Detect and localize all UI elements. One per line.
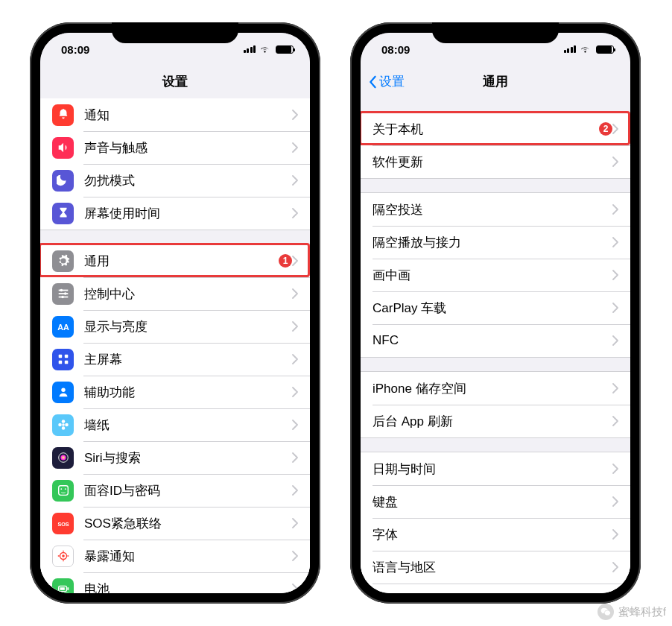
status-time: 08:09 (61, 43, 89, 56)
chevron-right-icon (292, 321, 298, 332)
row-label: 关于本机 (373, 121, 593, 138)
row-label: CarPlay 车载 (373, 300, 612, 317)
bell-icon (52, 104, 74, 126)
notch (432, 22, 559, 43)
wifi-icon (259, 45, 270, 54)
speaker-icon (52, 137, 74, 159)
svg-point-20 (60, 488, 62, 490)
svg-point-11 (61, 388, 65, 392)
row-wallpaper[interactable]: 墙纸 (40, 408, 310, 441)
row-home-screen[interactable]: 主屏幕 (40, 343, 310, 376)
chevron-right-icon (292, 584, 298, 593)
row-date-time[interactable]: 日期与时间 (361, 452, 630, 485)
svg-text:AA: AA (57, 323, 69, 332)
back-button[interactable]: 设置 (368, 73, 405, 90)
sliders-icon (52, 283, 74, 305)
svg-rect-27 (60, 587, 64, 590)
row-label: 日期与时间 (373, 461, 612, 478)
chevron-right-icon (292, 485, 298, 496)
row-label: 声音与触感 (84, 139, 292, 156)
svg-rect-7 (58, 355, 62, 358)
svg-rect-10 (64, 361, 68, 364)
person-icon (52, 382, 74, 403)
chevron-right-icon (612, 383, 618, 393)
row-notifications[interactable]: 通知 (40, 98, 310, 131)
row-exposure[interactable]: 暴露通知 (40, 540, 310, 572)
row-dnd[interactable]: 勿扰模式 (40, 164, 310, 197)
chevron-right-icon (292, 256, 298, 266)
row-background-refresh[interactable]: 后台 App 刷新 (361, 405, 630, 437)
row-about[interactable]: 关于本机2 (361, 113, 630, 145)
row-label: 键盘 (373, 493, 612, 510)
svg-rect-8 (64, 355, 68, 358)
svg-rect-9 (58, 361, 62, 364)
settings-list[interactable]: 通知声音与触感勿扰模式屏幕使用时间通用1控制中心AA显示与亮度主屏幕辅助功能墙纸… (40, 98, 310, 593)
row-fonts[interactable]: 字体 (361, 518, 630, 551)
svg-point-16 (65, 423, 69, 427)
chevron-right-icon (612, 237, 618, 247)
hourglass-icon (52, 203, 74, 224)
row-software-update[interactable]: 软件更新 (361, 145, 630, 178)
watermark: 蜜蜂科技f (597, 604, 666, 620)
row-accessibility[interactable]: 辅助功能 (40, 376, 310, 408)
chevron-right-icon (292, 551, 298, 561)
gear-icon (52, 250, 74, 272)
page-title: 通用 (483, 73, 508, 90)
row-label: 墙纸 (84, 417, 292, 434)
row-label: 电池 (84, 581, 292, 594)
general-list[interactable]: 关于本机2软件更新隔空投送隔空播放与接力画中画CarPlay 车载NFCiPho… (361, 98, 630, 593)
back-label: 设置 (379, 73, 405, 90)
chevron-right-icon (292, 175, 298, 186)
svg-point-13 (61, 420, 65, 423)
svg-text:SOS: SOS (57, 521, 69, 528)
step-badge: 1 (279, 254, 292, 268)
row-sos[interactable]: SOSSOS紧急联络 (40, 507, 310, 540)
row-label: 字体 (373, 526, 612, 543)
row-screen-time[interactable]: 屏幕使用时间 (40, 197, 310, 230)
row-nfc[interactable]: NFC (361, 324, 630, 357)
row-carplay[interactable]: CarPlay 车载 (361, 291, 630, 324)
row-siri[interactable]: Siri与搜索 (40, 441, 310, 474)
row-display[interactable]: AA显示与亮度 (40, 310, 310, 343)
battery-icon (596, 45, 614, 54)
flower-icon (52, 414, 74, 436)
wifi-icon (580, 45, 591, 54)
svg-point-12 (62, 423, 65, 426)
row-label: 主屏幕 (84, 351, 292, 368)
row-label: 画中画 (373, 267, 612, 284)
phone-right: 08:09 设置 通用 关于本机2软件更新隔空投送隔空播放与接力画中画CarPl… (350, 22, 641, 604)
chevron-right-icon (292, 452, 298, 463)
chevron-left-icon (368, 75, 377, 89)
row-storage[interactable]: iPhone 储存空间 (361, 372, 630, 405)
row-label: 软件更新 (373, 154, 612, 171)
row-pip[interactable]: 画中画 (361, 259, 630, 291)
row-dictionary[interactable]: 词典 (361, 584, 630, 593)
row-label: 语言与地区 (373, 559, 612, 576)
battery-icon (52, 578, 74, 594)
row-airplay[interactable]: 隔空播放与接力 (361, 226, 630, 259)
row-label: Siri与搜索 (84, 449, 292, 467)
row-faceid[interactable]: 面容ID与密码 (40, 474, 310, 507)
row-general[interactable]: 通用1 (40, 244, 310, 277)
chevron-right-icon (612, 270, 618, 280)
chevron-right-icon (612, 529, 618, 540)
row-language-region[interactable]: 语言与地区 (361, 551, 630, 584)
signal-icon (564, 45, 577, 53)
chevron-right-icon (292, 354, 298, 364)
svg-point-14 (61, 426, 65, 430)
row-keyboard[interactable]: 键盘 (361, 485, 630, 518)
row-battery[interactable]: 电池 (40, 572, 310, 593)
row-airdrop[interactable]: 隔空投送 (361, 193, 630, 226)
grid-icon (52, 349, 74, 370)
svg-point-4 (63, 292, 66, 295)
row-label: 通知 (84, 107, 292, 124)
row-sounds[interactable]: 声音与触感 (40, 131, 310, 164)
chevron-right-icon (612, 204, 618, 215)
row-control-center[interactable]: 控制中心 (40, 277, 310, 310)
wechat-icon (597, 604, 614, 620)
nav-bar: 设置 通用 (361, 66, 630, 98)
row-label: 显示与亮度 (84, 318, 292, 335)
row-label: 隔空播放与接力 (373, 234, 612, 251)
chevron-right-icon (292, 110, 298, 120)
signal-icon (244, 45, 256, 53)
